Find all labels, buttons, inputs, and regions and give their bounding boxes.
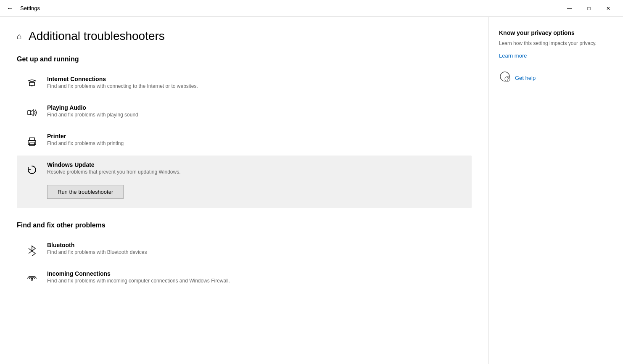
section-heading-2: Find and fix other problems bbox=[17, 222, 472, 229]
item-name: Playing Audio bbox=[47, 104, 138, 111]
list-item[interactable]: Internet Connections Find and fix proble… bbox=[17, 70, 472, 98]
svg-rect-4 bbox=[29, 138, 34, 140]
sidebar-privacy-title: Know your privacy options bbox=[499, 29, 613, 36]
section-heading-1: Get up and running bbox=[17, 55, 472, 63]
svg-point-6 bbox=[34, 142, 35, 142]
list-item[interactable]: Bluetooth Find and fix problems with Blu… bbox=[17, 236, 472, 264]
titlebar-title: Settings bbox=[20, 5, 40, 11]
svg-rect-5 bbox=[29, 143, 34, 145]
item-name: Printer bbox=[47, 133, 124, 140]
svg-rect-2 bbox=[28, 111, 31, 115]
section-get-up-running: Get up and running Internet Connections … bbox=[17, 55, 472, 208]
page-title: Additional troubleshooters bbox=[29, 29, 165, 43]
svg-line-7 bbox=[29, 248, 32, 251]
window-controls: — □ ✕ bbox=[560, 0, 618, 17]
wifi-icon bbox=[24, 76, 40, 92]
get-help-link[interactable]: Get help bbox=[515, 75, 536, 81]
item-desc: Resolve problems that prevent you from u… bbox=[47, 169, 181, 175]
list-item-windows-update[interactable]: Windows Update Resolve problems that pre… bbox=[17, 156, 472, 208]
section-find-fix: Find and fix other problems Bluetooth Fi… bbox=[17, 222, 472, 293]
back-button[interactable]: ← bbox=[5, 3, 15, 14]
printer-icon bbox=[24, 133, 40, 150]
run-troubleshooter-button[interactable]: Run the troubleshooter bbox=[47, 185, 124, 199]
get-help-icon: ? bbox=[499, 71, 511, 85]
bluetooth-icon bbox=[24, 242, 40, 258]
minimize-button[interactable]: — bbox=[560, 0, 579, 17]
maximize-button[interactable]: □ bbox=[579, 0, 599, 17]
item-name: Windows Update bbox=[47, 161, 181, 168]
content-area: ⌂ Additional troubleshooters Get up and … bbox=[0, 17, 488, 364]
svg-point-9 bbox=[31, 279, 33, 280]
item-desc: Find and fix problems with playing sound bbox=[47, 112, 138, 118]
main-layout: ⌂ Additional troubleshooters Get up and … bbox=[0, 17, 623, 364]
titlebar: ← Settings — □ ✕ bbox=[0, 0, 623, 17]
item-desc: Find and fix problems with incoming comp… bbox=[47, 278, 230, 284]
svg-line-8 bbox=[29, 251, 32, 253]
sidebar-privacy-desc: Learn how this setting impacts your priv… bbox=[499, 40, 613, 47]
item-desc: Find and fix problems with connecting to… bbox=[47, 83, 198, 89]
list-item[interactable]: Printer Find and fix problems with print… bbox=[17, 127, 472, 156]
audio-icon bbox=[24, 104, 40, 121]
learn-more-link[interactable]: Learn more bbox=[499, 53, 527, 59]
item-desc: Find and fix problems with Bluetooth dev… bbox=[47, 249, 147, 255]
svg-point-1 bbox=[32, 85, 33, 87]
sidebar: Know your privacy options Learn how this… bbox=[488, 17, 623, 364]
item-desc: Find and fix problems with printing bbox=[47, 140, 124, 146]
sidebar-help: ? Get help bbox=[499, 71, 613, 85]
page-title-row: ⌂ Additional troubleshooters bbox=[17, 29, 472, 43]
item-name: Internet Connections bbox=[47, 76, 198, 82]
item-name: Bluetooth bbox=[47, 242, 147, 248]
expanded-actions: Run the troubleshooter bbox=[24, 178, 124, 202]
item-name: Incoming Connections bbox=[47, 270, 230, 277]
svg-text:?: ? bbox=[507, 77, 509, 82]
update-icon bbox=[24, 161, 40, 178]
close-button[interactable]: ✕ bbox=[599, 0, 618, 17]
list-item[interactable]: Playing Audio Find and fix problems with… bbox=[17, 98, 472, 127]
home-icon: ⌂ bbox=[17, 32, 22, 41]
incoming-connections-icon bbox=[24, 270, 40, 287]
list-item[interactable]: Incoming Connections Find and fix proble… bbox=[17, 264, 472, 293]
